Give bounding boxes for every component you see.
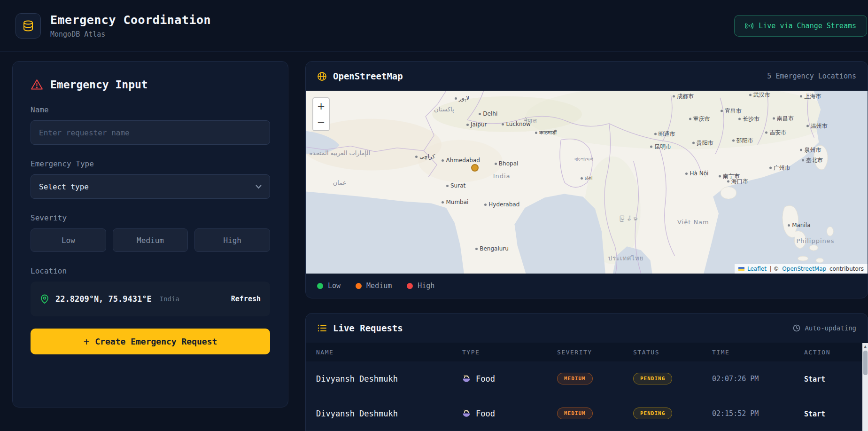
severity-high-button[interactable]: High [194,228,270,252]
request-status: PENDING [633,373,712,384]
map-label: India [493,172,511,179]
column-header-status: STATUS [633,349,712,356]
map-label: 上海市 [800,92,821,100]
legend-label: Low [328,282,341,290]
title-block: Emergency Coordination MongoDB Atlas [50,13,211,39]
broadcast-icon [745,22,753,30]
start-button[interactable]: Start [804,375,825,384]
map-legend: LowMediumHigh [306,274,868,298]
emergency-input-card: Emergency Input Name Emergency Type Sele… [12,61,288,407]
plus-icon: + [84,336,90,347]
map-pin-icon [40,294,49,304]
request-row: Divyansh DeshmukhFoodMEDIUMPENDING02:15:… [306,396,868,431]
form-title-row: Emergency Input [31,78,270,91]
request-row: Divyansh DeshmukhFoodMEDIUMPENDING02:07:… [306,361,868,396]
map-label: Philippines [797,237,835,244]
map-label: 昭通市 [654,130,675,138]
map-label: বাংলাদেশ [574,156,594,163]
main-content: Emergency Input Name Emergency Type Sele… [0,52,868,431]
map-label: عمان [333,179,347,186]
map-label: ประเทศไทย [608,253,643,263]
legend-medium: Medium [356,282,392,290]
clock-icon [793,324,800,332]
osm-link[interactable]: OpenStreetMap [782,266,826,272]
map-label: नेपाल [524,117,537,125]
auto-updating-indicator: Auto-updating [793,324,856,332]
request-name: Divyansh Deshmukh [316,409,462,418]
food-icon [462,375,471,383]
requests-card-header: Live Requests Auto-updating [306,313,868,343]
name-input[interactable] [31,120,270,145]
location-label: Location [31,266,270,275]
warning-icon [31,78,43,91]
name-label: Name [31,105,270,114]
map-label: काठमाडौं [535,129,557,136]
leaflet-link[interactable]: Leaflet [747,266,767,272]
legend-dot-low [317,283,323,289]
map[interactable]: + − الإمارات العربية المتحدةعمانکراچیلاہ… [306,91,868,274]
map-label: Ahmedabad [442,157,480,164]
scrollbar-thumb[interactable] [863,351,868,375]
severity-options: LowMediumHigh [31,228,270,252]
create-request-button[interactable]: + Create Emergency Request [31,329,270,354]
column-header-severity: SEVERITY [557,349,633,356]
request-time: 02:07:26 PM [712,375,804,383]
severity-label: Severity [31,213,270,222]
legend-low: Low [317,282,341,290]
map-label: 贵阳市 [692,139,713,147]
location-box: 22.8209°N, 75.9431°E India Refresh [31,282,270,316]
chevron-down-icon [256,185,262,189]
column-header-time: TIME [712,349,804,356]
refresh-button[interactable]: Refresh [231,295,261,303]
table-scrollbar[interactable]: ▲ [862,343,868,431]
map-label: 邵阳市 [732,137,753,145]
severity-low-button[interactable]: Low [31,228,106,252]
type-select[interactable]: Select type [31,174,270,199]
request-type: Food [462,374,557,384]
legend-label: Medium [366,282,392,290]
form-title: Emergency Input [50,78,148,91]
map-label: Mumbai [442,199,468,205]
map-card-header: OpenStreetMap 5 Emergency Locations [306,62,868,91]
legend-dot-high [407,283,413,289]
list-icon [317,323,327,333]
map-card: OpenStreetMap 5 Emergency Locations [305,61,868,298]
request-status: PENDING [633,407,712,419]
map-label: Surat [446,182,465,189]
create-request-label: Create Emergency Request [95,337,217,346]
app-root: Emergency Coordination MongoDB Atlas Liv… [0,0,868,431]
map-label: Manila [788,222,810,228]
request-type-label: Food [476,374,495,384]
column-header-action: ACTION [804,349,868,356]
attribution-suffix: contributors [828,266,864,272]
emergency-marker[interactable] [471,164,479,172]
map-label: 温州市 [806,122,828,130]
map-label: Bhopal [495,160,518,167]
map-title: OpenStreetMap [333,71,403,81]
request-type-label: Food [476,409,495,418]
map-label: Jaipur [466,121,487,128]
map-label: 海口市 [727,177,748,185]
request-action: Start [804,409,868,418]
type-label: Emergency Type [31,159,270,168]
scrollbar-up-arrow[interactable]: ▲ [864,343,867,350]
legend-dot-medium [356,283,362,289]
zoom-out-button[interactable]: − [313,114,329,130]
type-select-value: Select type [39,182,89,191]
location-country: India [160,295,179,303]
map-label: Bengaluru [475,245,509,252]
auto-updating-label: Auto-updating [805,324,856,332]
app-header: Emergency Coordination MongoDB Atlas Liv… [0,0,868,52]
map-label: 广州市 [769,164,790,172]
zoom-in-button[interactable]: + [313,98,329,114]
request-action: Start [804,374,868,384]
database-icon [16,13,41,39]
location-coordinates: 22.8209°N, 75.9431°E [55,294,152,304]
map-label: Việt Nam [677,219,709,226]
start-button[interactable]: Start [804,410,825,418]
severity-medium-button[interactable]: Medium [113,228,188,252]
column-header-type: TYPE [462,349,557,356]
request-severity: MEDIUM [557,373,633,384]
attribution-separator: | © [768,266,781,272]
severity-badge: MEDIUM [557,407,593,419]
